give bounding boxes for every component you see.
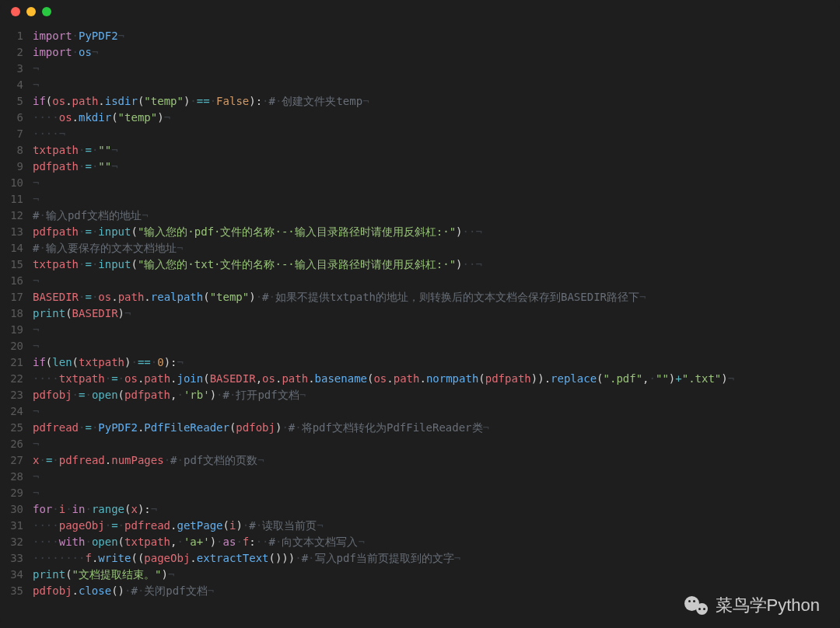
code-content[interactable]: ¬ xyxy=(33,436,840,452)
line-number: 6 xyxy=(0,110,33,126)
zoom-button[interactable] xyxy=(42,7,51,16)
code-line[interactable]: 9pdfpath·=·""¬ xyxy=(0,159,840,175)
code-line[interactable]: 27x·=·pdfread.numPages·#·pdf文档的页数¬ xyxy=(0,452,840,469)
code-content[interactable]: ········f.write((pageObj.extractText()))… xyxy=(33,550,840,567)
code-content[interactable]: txtpath·=·""¬ xyxy=(33,142,840,159)
code-line[interactable]: 10¬ xyxy=(0,175,840,191)
token-kw: import xyxy=(33,46,72,58)
code-content[interactable]: if(len(txtpath)·==·0):¬ xyxy=(33,354,840,371)
code-line[interactable]: 8txtpath·=·""¬ xyxy=(0,142,840,159)
token-fn: range xyxy=(92,503,124,515)
token-op: == xyxy=(197,95,210,107)
code-line[interactable]: 1import·PyPDF2¬ xyxy=(0,28,840,44)
token-str: "temp" xyxy=(118,111,158,124)
line-number: 5 xyxy=(0,93,33,110)
token-var: os xyxy=(59,111,72,124)
code-content[interactable]: x·=·pdfread.numPages·#·pdf文档的页数¬ xyxy=(33,452,840,469)
token-cmt: 将pdf文档转化为PdfFileReader类 xyxy=(302,421,483,434)
token-ws: · xyxy=(649,372,656,385)
token-op: = xyxy=(85,258,91,270)
code-line[interactable]: 4¬ xyxy=(0,77,840,93)
code-content[interactable]: ¬ xyxy=(33,469,840,485)
code-line[interactable]: 26¬ xyxy=(0,436,840,452)
token-cr: ¬ xyxy=(33,438,39,450)
code-content[interactable]: ····pageObj·=·pdfread.getPage(i)·#·读取当前页… xyxy=(33,518,840,534)
code-content[interactable]: txtpath·=·input("输入您的·txt·文件的名称·-·输入目录路径… xyxy=(33,256,840,273)
code-line[interactable]: 12#·输入pdf文档的地址¬ xyxy=(0,208,840,224)
code-line[interactable]: 32····with·open(txtpath,·'a+')·as·f:··#·… xyxy=(0,534,840,550)
code-content[interactable]: ¬ xyxy=(33,338,840,354)
code-content[interactable]: ¬ xyxy=(33,403,840,420)
code-content[interactable]: ¬ xyxy=(33,191,840,208)
code-content[interactable]: BASEDIR·=·os.path.realpath("temp")·#·如果不… xyxy=(33,289,840,305)
code-content[interactable]: import·os¬ xyxy=(33,44,840,61)
code-content[interactable]: pdfpath·=·""¬ xyxy=(33,159,840,175)
code-line[interactable]: 16¬ xyxy=(0,273,840,289)
code-line[interactable]: 24¬ xyxy=(0,403,840,420)
code-line[interactable]: 22····txtpath·=·os.path.join(BASEDIR,os.… xyxy=(0,371,840,387)
code-line[interactable]: 2import·os¬ xyxy=(0,44,840,61)
code-content[interactable]: import·PyPDF2¬ xyxy=(33,28,840,44)
token-ws: · xyxy=(65,503,72,515)
code-line[interactable]: 25pdfread·=·PyPDF2.PdfFileReader(pdfobj)… xyxy=(0,420,840,436)
code-line[interactable]: 21if(len(txtpath)·==·0):¬ xyxy=(0,354,840,371)
code-content[interactable]: ····os.mkdir("temp")¬ xyxy=(33,110,840,126)
code-content[interactable]: ¬ xyxy=(33,61,840,77)
token-pun: ( xyxy=(65,568,72,581)
token-fn2: getPage xyxy=(177,519,223,532)
code-line[interactable]: 31····pageObj·=·pdfread.getPage(i)·#·读取当… xyxy=(0,518,840,534)
code-line[interactable]: 11¬ xyxy=(0,191,840,208)
code-content[interactable]: ¬ xyxy=(33,322,840,338)
code-content[interactable]: ····¬ xyxy=(33,126,840,142)
token-kw: in xyxy=(72,503,86,515)
code-line[interactable]: 14#·输入要保存的文本文档地址¬ xyxy=(0,240,840,256)
code-line[interactable]: 33········f.write((pageObj.extractText()… xyxy=(0,550,840,567)
code-content[interactable]: ¬ xyxy=(33,175,840,191)
token-pun: ) xyxy=(118,307,124,319)
token-ws: · xyxy=(295,421,301,434)
token-cr: ¬ xyxy=(257,454,264,466)
code-line[interactable]: 3¬ xyxy=(0,61,840,77)
code-content[interactable]: ····txtpath·=·os.path.join(BASEDIR,os.pa… xyxy=(33,371,840,387)
code-content[interactable]: ¬ xyxy=(33,485,840,501)
line-number: 11 xyxy=(0,191,33,208)
code-content[interactable]: pdfobj·=·open(pdfpath,·'rb')·#·打开pdf文档¬ xyxy=(33,387,840,403)
code-line[interactable]: 28¬ xyxy=(0,469,840,485)
code-content[interactable]: print("文档提取结束。")¬ xyxy=(33,567,840,583)
code-content[interactable]: pdfread·=·PyPDF2.PdfFileReader(pdfobj)·#… xyxy=(33,420,840,436)
token-ws: · xyxy=(216,389,222,401)
close-button[interactable] xyxy=(11,7,20,16)
token-ws: · xyxy=(177,389,184,401)
code-line[interactable]: 23pdfobj·=·open(pdfpath,·'rb')·#·打开pdf文档… xyxy=(0,387,840,403)
token-str: ".pdf" xyxy=(604,372,643,385)
code-content[interactable]: ¬ xyxy=(33,77,840,93)
code-line[interactable]: 18print(BASEDIR)¬ xyxy=(0,305,840,322)
code-content[interactable]: ····with·open(txtpath,·'a+')·as·f:··#·向文… xyxy=(33,534,840,550)
code-line[interactable]: 6····os.mkdir("temp")¬ xyxy=(0,110,840,126)
code-content[interactable]: #·输入pdf文档的地址¬ xyxy=(33,208,840,224)
code-content[interactable]: print(BASEDIR)¬ xyxy=(33,305,840,322)
token-pun: ) xyxy=(210,389,216,401)
code-line[interactable]: 7····¬ xyxy=(0,126,840,142)
code-content[interactable]: for·i·in·range(x):¬ xyxy=(33,501,840,518)
code-line[interactable]: 19¬ xyxy=(0,322,840,338)
code-line[interactable]: 34print("文档提取结束。")¬ xyxy=(0,567,840,583)
code-content[interactable]: #·输入要保存的文本文档地址¬ xyxy=(33,240,840,256)
code-content[interactable]: pdfpath·=·input("输入您的·pdf·文件的名称·-·输入目录路径… xyxy=(33,224,840,240)
token-var: f xyxy=(243,536,249,548)
code-editor[interactable]: 1import·PyPDF2¬2import·os¬3¬4¬5if(os.pat… xyxy=(0,23,840,607)
code-line[interactable]: 20¬ xyxy=(0,338,840,354)
token-ws: · xyxy=(39,242,45,254)
code-line[interactable]: 30for·i·in·range(x):¬ xyxy=(0,501,840,518)
token-ws: · xyxy=(269,291,275,303)
code-line[interactable]: 15txtpath·=·input("输入您的·txt·文件的名称·-·输入目录… xyxy=(0,256,840,273)
code-content[interactable]: ¬ xyxy=(33,273,840,289)
code-line[interactable]: 17BASEDIR·=·os.path.realpath("temp")·#·如… xyxy=(0,289,840,305)
minimize-button[interactable] xyxy=(26,7,36,16)
code-content[interactable]: if(os.path.isdir("temp")·==·False):·#·创建… xyxy=(33,93,840,110)
token-cmt: # xyxy=(269,536,275,548)
token-cr: ¬ xyxy=(164,111,170,124)
code-line[interactable]: 29¬ xyxy=(0,485,840,501)
code-line[interactable]: 13pdfpath·=·input("输入您的·pdf·文件的名称·-·输入目录… xyxy=(0,224,840,240)
code-line[interactable]: 5if(os.path.isdir("temp")·==·False):·#·创… xyxy=(0,93,840,110)
